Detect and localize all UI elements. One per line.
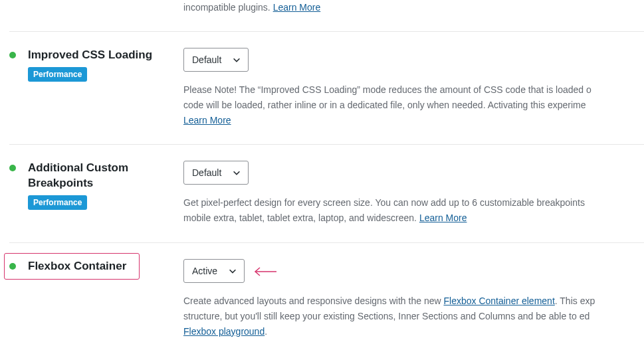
performance-tag: Performance	[28, 195, 87, 210]
learn-more-link[interactable]: Learn More	[273, 2, 321, 13]
arrow-left-icon	[254, 267, 276, 276]
feature-title: Additional Custom Breakpoints	[28, 161, 173, 191]
chevron-down-icon	[232, 55, 241, 64]
status-select[interactable]: Active	[183, 259, 245, 283]
status-indicator	[9, 52, 16, 58]
feature-row-additional-custom-breakpoints: Additional Custom Breakpoints Performanc…	[9, 144, 644, 242]
flexbox-playground-link[interactable]: Flexbox playground	[183, 326, 265, 337]
chevron-down-icon	[232, 168, 241, 177]
feature-title: Improved CSS Loading	[28, 48, 173, 63]
performance-tag: Performance	[28, 67, 87, 82]
feature-description: incompatible plugins. Learn More	[183, 0, 644, 15]
chevron-down-icon	[228, 266, 237, 276]
feature-row-flexbox-container: Flexbox Container Active Create advanced…	[9, 242, 644, 344]
status-select[interactable]: Default	[183, 48, 249, 72]
learn-more-link[interactable]: Learn More	[183, 115, 231, 126]
flexbox-container-element-link[interactable]: Flexbox Container element	[443, 296, 554, 306]
experiments-settings: incompatible plugins. Learn More Improve…	[0, 0, 644, 344]
status-indicator	[9, 165, 16, 171]
status-select[interactable]: Default	[183, 161, 249, 185]
feature-row-improved-css-loading: Improved CSS Loading Performance Default…	[9, 31, 644, 144]
feature-description: Please Note! The “Improved CSS Loading” …	[183, 82, 644, 128]
learn-more-link[interactable]: Learn More	[419, 213, 467, 223]
feature-row-partial: incompatible plugins. Learn More	[9, 0, 644, 31]
feature-description: Get pixel-perfect design for every scree…	[183, 195, 644, 226]
feature-description: Create advanced layouts and responsive d…	[183, 294, 644, 339]
feature-title: Flexbox Container	[28, 259, 173, 274]
status-indicator	[9, 263, 16, 270]
